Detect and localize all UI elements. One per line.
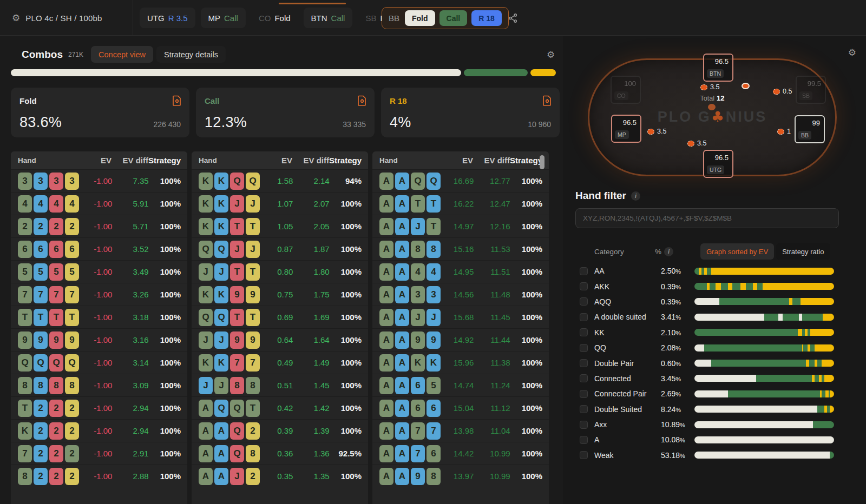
hand-row-AAJJ[interactable]: AAJJ15.6811.45100% <box>372 306 549 328</box>
hand-row-7222[interactable]: 7222-1.002.91100% <box>11 442 187 465</box>
export-file-icon[interactable] <box>357 95 367 108</box>
category-checkbox[interactable] <box>580 267 588 275</box>
hand-row-4444[interactable]: 4444-1.005.91100% <box>11 192 187 215</box>
hand-row-QQTT[interactable]: QQTT0.691.69100% <box>192 306 368 328</box>
header-strategy: Strategy <box>148 156 187 165</box>
hand-row-KKTT[interactable]: KKTT1.052.05100% <box>192 215 368 237</box>
hand-row-KKJJ[interactable]: KKJJ1.072.07100% <box>192 192 368 215</box>
hand-row-KKQQ[interactable]: KKQQ1.582.1494% <box>192 169 368 192</box>
hand-row-TTTT[interactable]: TTTT-1.003.18100% <box>11 306 187 328</box>
seat-co[interactable]: 100CO <box>611 76 641 104</box>
seat-bb[interactable]: 99BB <box>795 115 825 143</box>
seat-sb[interactable]: 99.5SB <box>796 76 826 104</box>
category-checkbox[interactable] <box>580 421 588 429</box>
ev-diff-value: 11.38 <box>474 358 510 367</box>
hand-row-K222[interactable]: K222-1.002.94100% <box>11 419 187 442</box>
seat-stack: 100 <box>624 79 636 88</box>
card-K-g: K <box>411 354 425 372</box>
ev-diff-value: 5.71 <box>112 222 148 231</box>
hand-row-8222[interactable]: 8222-1.002.88100% <box>11 465 187 487</box>
settings-gear-icon[interactable]: ⚙ <box>12 12 20 23</box>
hand-row-3333[interactable]: 3333-1.007.35100% <box>11 169 187 192</box>
strategy-value: 100% <box>510 403 549 413</box>
hand-row-JJ99[interactable]: JJ990.641.64100% <box>192 328 368 351</box>
hand-filter-input[interactable] <box>575 208 839 228</box>
hand-row-JJ88[interactable]: JJ880.511.45100% <box>192 374 368 396</box>
hand-row-QQJJ[interactable]: QQJJ0.871.87100% <box>192 237 368 260</box>
card-2-r: 2 <box>49 400 63 417</box>
hand-row-9999[interactable]: 9999-1.003.16100% <box>11 328 187 351</box>
category-checkbox[interactable] <box>580 374 588 382</box>
action-btn[interactable]: BTNCall <box>304 8 353 28</box>
category-checkbox[interactable] <box>580 344 588 352</box>
button-strategy-ratio[interactable]: Strategy ratio <box>776 243 830 260</box>
hand-row-AA77[interactable]: AA7713.9811.04100% <box>372 419 549 442</box>
hand-row-AA76[interactable]: AA7614.4210.99100% <box>372 442 549 465</box>
category-checkbox[interactable] <box>580 313 588 321</box>
export-file-icon[interactable] <box>172 95 182 108</box>
hand-row-AA33[interactable]: AA3314.5611.48100% <box>372 283 549 306</box>
hand-row-AATT[interactable]: AATT16.2212.47100% <box>372 192 549 215</box>
strategy-value: 100% <box>510 222 549 231</box>
hand-row-AAJT[interactable]: AAJT14.9712.16100% <box>372 215 549 237</box>
category-checkbox[interactable] <box>580 436 588 444</box>
card-Q-r: Q <box>49 354 63 372</box>
action-utg[interactable]: UTGR 3.5 <box>140 8 195 28</box>
bb-raise-button[interactable]: R 18 <box>471 10 502 26</box>
hand-row-AAQQ[interactable]: AAQQ16.6912.77100% <box>372 169 549 192</box>
hand-filter-info-icon[interactable]: i <box>631 191 640 201</box>
hand-row-AQQT[interactable]: AQQT0.421.42100% <box>192 396 368 419</box>
hand-row-2222[interactable]: 2222-1.005.71100% <box>11 215 187 237</box>
seat-utg[interactable]: 96.5UTG <box>703 150 733 178</box>
hand-row-8888[interactable]: 8888-1.003.09100% <box>11 374 187 396</box>
table-settings-gear-icon[interactable]: ⚙ <box>848 47 856 58</box>
game-config-title: PLO 4c / SH / 100bb <box>25 14 102 23</box>
hand-cards: AA33 <box>372 286 441 303</box>
hand-row-AA98[interactable]: AA9813.9710.99100% <box>372 465 549 487</box>
category-checkbox[interactable] <box>580 359 588 367</box>
category-checkbox[interactable] <box>580 297 588 306</box>
hand-row-5555[interactable]: 5555-1.003.49100% <box>11 260 187 283</box>
hand-row-T222[interactable]: T222-1.002.94100% <box>11 396 187 419</box>
category-checkbox[interactable] <box>580 405 588 413</box>
tab-concept-view[interactable]: Concept view <box>91 46 153 63</box>
category-row-a-double-suited: A double suited3.41% <box>575 309 852 324</box>
category-checkbox[interactable] <box>580 328 588 336</box>
hand-row-AA65[interactable]: AA6514.7411.24100% <box>372 374 549 396</box>
hand-row-AAJ2[interactable]: AAJ20.351.35100% <box>192 465 368 487</box>
seat-btn[interactable]: 96.5BTN <box>703 54 733 82</box>
hand-row-AAKK[interactable]: AAKK15.9611.38100% <box>372 351 549 374</box>
export-file-icon[interactable] <box>542 95 552 108</box>
button-graph-sorted-by-ev[interactable]: Graph sorted by EV <box>700 243 774 260</box>
hand-row-AA66[interactable]: AA6615.0411.12100% <box>372 396 549 419</box>
share-icon[interactable] <box>508 13 518 23</box>
tab-strategy-details[interactable]: Strategy details <box>156 46 226 63</box>
hand-row-JJTT[interactable]: JJTT0.801.80100% <box>192 260 368 283</box>
seat-mp[interactable]: 96.5MP <box>611 115 641 143</box>
category-checkbox[interactable] <box>580 282 588 290</box>
hand-row-AAQ2[interactable]: AAQ20.391.39100% <box>192 419 368 442</box>
hand-row-AAQ8[interactable]: AAQ80.361.3692.5% <box>192 442 368 465</box>
combos-settings-gear-icon[interactable]: ⚙ <box>547 49 555 60</box>
percent-info-icon[interactable]: i <box>664 247 673 256</box>
bb-fold-button[interactable]: Fold <box>405 10 435 26</box>
seat-position-label: MP <box>615 130 629 139</box>
action-co[interactable]: COFold <box>251 8 298 28</box>
hand-row-7777[interactable]: 7777-1.003.26100% <box>11 283 187 306</box>
hand-row-KK77[interactable]: KK770.491.49100% <box>192 351 368 374</box>
bb-call-button[interactable]: Call <box>439 10 468 26</box>
ev-diff-value: 3.52 <box>112 244 148 254</box>
action-mp[interactable]: MPCall <box>201 8 246 28</box>
table-scrollbar[interactable] <box>540 155 544 169</box>
category-checkbox[interactable] <box>580 390 588 398</box>
hand-row-6666[interactable]: 6666-1.003.52100% <box>11 237 187 260</box>
hand-row-AA88[interactable]: AA8815.1611.53100% <box>372 237 549 260</box>
hand-row-AA99[interactable]: AA9914.9211.44100% <box>372 328 549 351</box>
ev-value: -1.00 <box>79 313 112 322</box>
card-T-r: T <box>230 263 244 281</box>
hand-row-QQQQ[interactable]: QQQQ-1.003.14100% <box>11 351 187 374</box>
card-6-g: 6 <box>18 241 32 258</box>
category-checkbox[interactable] <box>580 451 588 459</box>
hand-row-AA44[interactable]: AA4414.9511.51100% <box>372 260 549 283</box>
hand-row-KK99[interactable]: KK990.751.75100% <box>192 283 368 306</box>
